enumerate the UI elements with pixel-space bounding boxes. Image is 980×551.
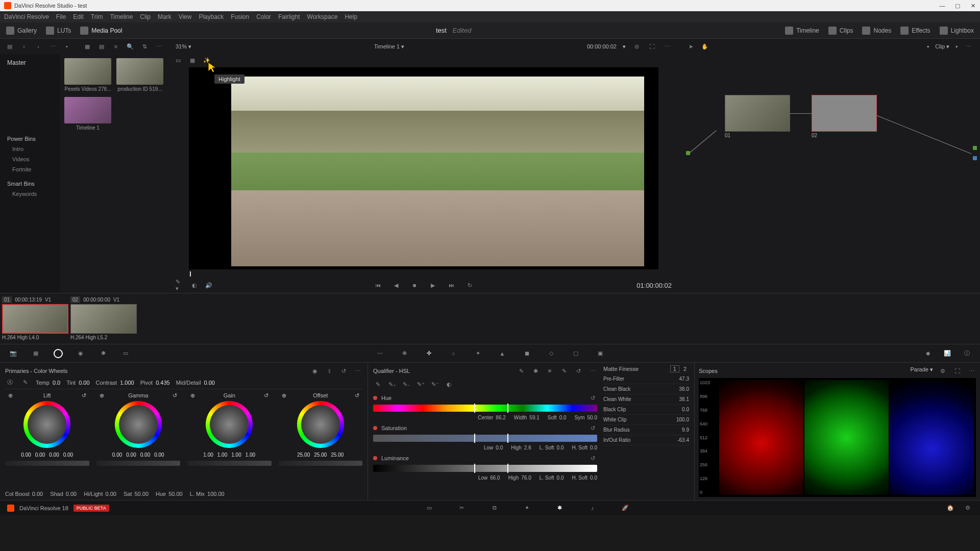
picker-icon[interactable]: ✎ ▾ bbox=[176, 281, 185, 290]
menu-mark[interactable]: Mark bbox=[158, 13, 172, 20]
qparam[interactable]: High2.6 bbox=[511, 445, 531, 450]
param-temp[interactable]: Temp0.0 bbox=[36, 380, 60, 386]
tracking-icon[interactable]: ✦ bbox=[472, 347, 484, 360]
viewer-scrubber[interactable] bbox=[189, 270, 658, 278]
sizing-icon[interactable]: ▢ bbox=[570, 347, 582, 360]
matte-param[interactable]: Black Clip0.0 bbox=[603, 405, 689, 415]
menu-color[interactable]: Color bbox=[256, 13, 271, 20]
matte-param[interactable]: Blur Radius9.9 bbox=[603, 425, 689, 435]
more2-icon[interactable]: ⋯ bbox=[154, 42, 163, 51]
viewer-tool1-icon[interactable]: ▭ bbox=[174, 56, 183, 65]
matte-param[interactable]: White Clip100.0 bbox=[603, 415, 689, 425]
node-output-port-alpha[interactable] bbox=[973, 156, 977, 160]
bypass-icon[interactable]: ⊘ bbox=[632, 42, 641, 51]
motion-icon[interactable]: ▭ bbox=[119, 347, 132, 360]
viewer-zoom[interactable]: 31% ▾ bbox=[176, 43, 191, 50]
clip-thumbnail[interactable]: 0100:00:13:19V1H.264 High L4.0 bbox=[2, 296, 68, 341]
menu-edit[interactable]: Edit bbox=[73, 13, 84, 20]
stop-icon[interactable]: ■ bbox=[410, 281, 419, 290]
viewer-tool2-icon[interactable]: ▦ bbox=[188, 56, 197, 65]
node-more-icon[interactable]: ⋯ bbox=[964, 42, 973, 51]
3d-icon[interactable]: ▣ bbox=[594, 347, 606, 360]
scopes-icon[interactable]: 📊 bbox=[941, 347, 953, 360]
pick-wb-icon[interactable]: ✎ bbox=[20, 378, 30, 387]
loop-icon[interactable]: ↻ bbox=[465, 281, 474, 290]
primaries-mode1-icon[interactable]: ◉ bbox=[310, 366, 320, 375]
menu-workspace[interactable]: Workspace bbox=[307, 13, 338, 20]
media-clip[interactable]: Timeline 1 bbox=[64, 97, 111, 131]
reset-icon[interactable]: ↺ bbox=[588, 423, 597, 433]
window-icon[interactable]: ○ bbox=[447, 347, 459, 360]
qparam[interactable]: L. Soft0.0 bbox=[540, 475, 564, 481]
close-button[interactable]: ✕ bbox=[970, 3, 976, 9]
split-icon[interactable]: ◐ bbox=[190, 281, 199, 290]
qual-more-icon[interactable]: ⋯ bbox=[588, 366, 597, 375]
search-icon[interactable]: 🔍 bbox=[126, 42, 135, 51]
media-clip[interactable]: production ID 519... bbox=[116, 58, 163, 92]
qparam[interactable]: Width59.1 bbox=[514, 415, 540, 420]
key-icon[interactable]: ◇ bbox=[545, 347, 557, 360]
nodes-icon[interactable]: Nodes bbox=[862, 27, 891, 35]
qual-reset-icon[interactable]: ↺ bbox=[574, 366, 583, 375]
qual-mode3-icon[interactable]: ☀ bbox=[545, 366, 554, 375]
qparam[interactable]: Center86.2 bbox=[478, 415, 505, 420]
rgb-mixer-icon[interactable]: ✱ bbox=[97, 347, 109, 360]
keyframe-icon[interactable]: ◆ bbox=[922, 347, 934, 360]
scopes-settings-icon[interactable]: ⚙ bbox=[938, 366, 947, 375]
magic-mask-icon[interactable]: ▲ bbox=[496, 347, 508, 360]
hdr-icon[interactable]: ◉ bbox=[75, 347, 87, 360]
bin-item[interactable]: Videos bbox=[0, 154, 60, 164]
menu-clip[interactable]: Clip bbox=[140, 13, 151, 20]
bin-item[interactable]: Fortnite bbox=[0, 164, 60, 174]
color-match-icon[interactable]: ▦ bbox=[30, 347, 42, 360]
view-rows-icon[interactable]: ≡ bbox=[111, 42, 120, 51]
dot-icon[interactable]: • bbox=[62, 42, 71, 51]
param-colboost[interactable]: Col Boost0.00 bbox=[5, 491, 43, 497]
menu-fusion[interactable]: Fusion bbox=[231, 13, 249, 20]
menu-davinci-resolve[interactable]: DaVinci Resolve bbox=[4, 13, 49, 20]
hand-icon[interactable]: ✋ bbox=[700, 42, 709, 51]
blur-icon[interactable]: ◼ bbox=[521, 347, 533, 360]
reset-icon[interactable]: ↺ bbox=[588, 454, 597, 463]
audio-icon[interactable]: 🔊 bbox=[204, 281, 213, 290]
timeline-name[interactable]: Timeline 1 ▾ bbox=[374, 43, 404, 50]
scopes-expand-icon[interactable]: ⛶ bbox=[952, 366, 962, 375]
qparam[interactable]: Low66.0 bbox=[478, 475, 500, 481]
scopes-mode[interactable]: Parade ▾ bbox=[910, 366, 933, 375]
range-bar[interactable] bbox=[373, 465, 597, 472]
clip-thumbnail[interactable]: 0200:00:00:00V1H.264 High L5.2 bbox=[70, 296, 137, 341]
picker-tool-icon[interactable]: ✎ bbox=[373, 380, 382, 389]
param-hilight[interactable]: Hi/Light0.00 bbox=[84, 491, 116, 497]
power-bins-header[interactable]: Power Bins bbox=[0, 134, 60, 144]
smart-bins-header[interactable]: Smart Bins bbox=[0, 179, 60, 189]
master-bin[interactable]: Master bbox=[0, 57, 60, 68]
scopes-more-icon[interactable]: ⋯ bbox=[967, 366, 976, 375]
luts-icon[interactable]: LUTs bbox=[46, 27, 71, 35]
picker-soft-sub-icon[interactable]: ✎⁻ bbox=[430, 380, 439, 389]
qualifier-icon[interactable]: ✢ bbox=[423, 347, 435, 360]
view-list-icon[interactable]: ▦ bbox=[83, 42, 92, 51]
reset-icon[interactable]: ↺ bbox=[588, 393, 597, 403]
page-fusion-icon[interactable]: ✦ bbox=[522, 503, 532, 513]
qparam[interactable]: Soft0.0 bbox=[548, 415, 567, 420]
minimize-button[interactable]: — bbox=[939, 3, 945, 9]
matte-param[interactable]: Pre-Filter47.3 bbox=[603, 374, 689, 384]
invert-icon[interactable]: ◐ bbox=[445, 380, 454, 389]
node-output-port[interactable] bbox=[973, 146, 977, 150]
warper-icon[interactable]: ❋ bbox=[398, 347, 410, 360]
effects-icon[interactable]: Effects bbox=[900, 27, 930, 35]
lightbox-icon[interactable]: Lightbox bbox=[940, 27, 974, 35]
color-wheels-icon[interactable] bbox=[52, 347, 64, 360]
auto-balance-icon[interactable]: Ⓐ bbox=[5, 378, 14, 387]
pool-view-icon[interactable]: ▤ bbox=[5, 42, 14, 51]
camera-raw-icon[interactable]: 📷 bbox=[7, 347, 19, 360]
page-media-icon[interactable]: ▭ bbox=[424, 503, 434, 513]
gallery-icon[interactable]: Gallery bbox=[6, 27, 37, 35]
more-icon[interactable]: ⋯ bbox=[48, 42, 57, 51]
param-contrast[interactable]: Contrast1.000 bbox=[96, 380, 134, 386]
menu-fairlight[interactable]: Fairlight bbox=[278, 13, 300, 20]
qparam[interactable]: Low0.0 bbox=[484, 445, 503, 450]
bin-item[interactable]: Intro bbox=[0, 144, 60, 154]
pointer-icon[interactable]: ➤ bbox=[686, 42, 695, 51]
next-frame-icon[interactable]: ⏭ bbox=[447, 281, 456, 290]
